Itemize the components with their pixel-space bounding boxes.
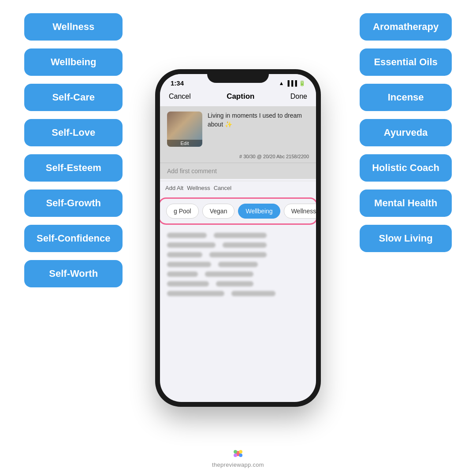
left-tag-self-care[interactable]: Self-Care	[24, 84, 123, 111]
left-tag-self-love[interactable]: Self-Love	[24, 119, 123, 146]
blurred-content	[160, 227, 316, 301]
blur-block-6-0	[167, 291, 224, 296]
caption-stats: # 30/30 @ 20/20 Abc 2158/2200	[160, 152, 316, 163]
pill-row: g PoolVeganWellbeingWellnessZero wa	[160, 200, 316, 222]
svg-point-1	[239, 450, 242, 454]
blur-block-4-1	[205, 271, 253, 277]
hashtag-name[interactable]: Wellness	[187, 185, 210, 191]
right-tag-slow-living[interactable]: Slow Living	[360, 225, 452, 252]
blur-block-3-0	[167, 262, 211, 267]
pill-vegan[interactable]: Vegan	[202, 204, 235, 219]
phone-frame: 1:34 ▲ ▐▐▐ 🔋 Cancel Caption Done	[156, 71, 320, 405]
wifi-icon: ▲	[279, 80, 284, 86]
left-tag-wellbeing[interactable]: Wellbeing	[24, 48, 123, 76]
hashtag-add[interactable]: Add Alt	[165, 185, 183, 191]
blur-block-5-1	[216, 281, 253, 286]
blur-row-2	[167, 252, 309, 257]
signal-icon: ▐▐▐	[286, 80, 297, 86]
hashtag-cancel[interactable]: Cancel	[214, 185, 231, 191]
caption-area: Edit Living in moments I used to dream a…	[160, 106, 316, 152]
bottom-branding: thepreviewapp.com	[212, 447, 264, 468]
blur-row-4	[167, 271, 309, 277]
add-comment[interactable]: Add first comment	[160, 163, 316, 179]
pill-wellness[interactable]: Wellness	[284, 204, 316, 219]
svg-point-4	[234, 454, 237, 457]
hashtag-bar-inner: Add Alt Wellness Cancel	[160, 185, 316, 191]
phone-notch	[207, 71, 269, 83]
nav-bar: Cancel Caption Done	[160, 89, 316, 106]
phone-screen: 1:34 ▲ ▐▐▐ 🔋 Cancel Caption Done	[160, 74, 316, 402]
blur-block-5-0	[167, 281, 209, 286]
nav-title: Caption	[227, 92, 254, 101]
blur-block-2-1	[209, 252, 267, 257]
right-tag-essential-oils[interactable]: Essential Oils	[360, 48, 452, 76]
blur-row-1	[167, 242, 309, 248]
edit-label[interactable]: Edit	[167, 140, 202, 147]
blur-block-0-1	[214, 233, 267, 238]
blur-block-3-1	[218, 262, 258, 267]
blur-row-6	[167, 291, 309, 296]
left-tag-self-worth[interactable]: Self-Worth	[24, 260, 123, 287]
svg-point-3	[239, 454, 242, 457]
brand-url: thepreviewapp.com	[212, 461, 264, 468]
cancel-button[interactable]: Cancel	[169, 93, 191, 100]
right-tag-ayurveda[interactable]: Ayurveda	[360, 119, 452, 146]
right-tag-aromatherapy[interactable]: Aromatherapy	[360, 13, 452, 41]
blur-block-6-1	[231, 291, 275, 296]
page-wrapper: WellnessWellbeingSelf-CareSelf-LoveSelf-…	[0, 0, 476, 476]
caption-thumbnail: Edit	[167, 112, 202, 147]
pill-wellbeing[interactable]: Wellbeing	[238, 204, 280, 219]
status-time: 1:34	[171, 79, 184, 87]
blur-block-4-0	[167, 271, 198, 277]
left-tag-self-growth[interactable]: Self-Growth	[24, 190, 123, 217]
right-tag-holistic-coach[interactable]: Holistic Coach	[360, 154, 452, 182]
done-button[interactable]: Done	[290, 93, 307, 100]
blur-row-0	[167, 233, 309, 238]
right-tags-column: AromatherapyEssential OilsIncenseAyurved…	[360, 13, 452, 252]
pill-row-wrapper: g PoolVeganWellbeingWellnessZero wa	[160, 197, 316, 225]
caption-text[interactable]: Living in moments I used to dream about …	[208, 112, 309, 147]
blur-block-1-0	[167, 242, 216, 248]
pill-g-pool[interactable]: g Pool	[166, 204, 199, 219]
svg-point-2	[234, 450, 237, 454]
left-tag-self-esteem[interactable]: Self-Esteem	[24, 154, 123, 182]
phone-mockup: 1:34 ▲ ▐▐▐ 🔋 Cancel Caption Done	[156, 71, 320, 405]
blur-block-0-0	[167, 233, 207, 238]
left-tags-column: WellnessWellbeingSelf-CareSelf-LoveSelf-…	[24, 13, 123, 287]
hashtag-bar: Add Alt Wellness Cancel	[160, 181, 316, 195]
status-icons: ▲ ▐▐▐ 🔋	[279, 80, 305, 86]
right-tag-mental-health[interactable]: Mental Health	[360, 190, 452, 217]
blur-row-3	[167, 262, 309, 267]
right-tag-incense[interactable]: Incense	[360, 84, 452, 111]
rainbow-icon	[232, 447, 244, 460]
battery-indicator: 🔋	[299, 80, 305, 86]
left-tag-wellness[interactable]: Wellness	[24, 13, 123, 41]
blur-block-2-0	[167, 252, 202, 257]
blur-block-1-1	[223, 242, 267, 248]
blur-row-5	[167, 281, 309, 286]
left-tag-self-confidence[interactable]: Self-Confidence	[24, 225, 123, 252]
